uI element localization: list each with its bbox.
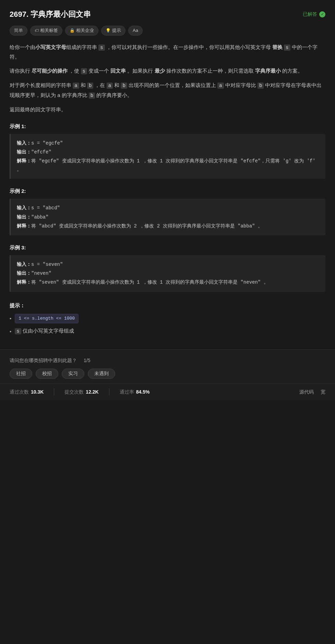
solved-badge: 已解答 ✓ bbox=[303, 10, 325, 18]
survey-buttons: 社招 校招 实习 未遇到 bbox=[10, 369, 325, 379]
code-s2: s bbox=[284, 45, 290, 51]
header-row: 2697. 字典序最小回文串 已解答 ✓ bbox=[10, 8, 325, 20]
survey-btn-campus[interactable]: 校招 bbox=[36, 369, 58, 379]
font-label: Aa bbox=[133, 27, 138, 34]
hint-tag[interactable]: 💡 提示 bbox=[101, 26, 125, 36]
example-1-input: s = "egcfe" bbox=[31, 140, 63, 146]
footer-divider-2 bbox=[109, 388, 109, 395]
problem-description: 给你一个由小写英文字母组成的字符串 s ，你可以对其执行一些操作。在一步操作中，… bbox=[10, 42, 325, 114]
tags-row: 简单 🏷 相关标签 🔒 相关企业 💡 提示 Aa bbox=[10, 26, 325, 36]
hint-text-2-label: 仅由小写英文字母组成 bbox=[23, 328, 74, 334]
code-a1: a bbox=[73, 83, 79, 89]
example-1-output-row: 输出："efcfe" bbox=[17, 148, 319, 157]
example-1-input-row: 输入：s = "egcfe" bbox=[17, 139, 319, 148]
survey-section: 请问您在哪类招聘中遇到此题？ 1/5 社招 校招 实习 未遇到 bbox=[0, 349, 335, 383]
hint-icon: 💡 bbox=[106, 27, 111, 34]
example-1-title: 示例 1: bbox=[10, 122, 325, 131]
pass-value: 10.3K bbox=[31, 388, 44, 396]
code-a3: a bbox=[217, 83, 224, 89]
example-1-explanation-row: 解释：将 "egcfe" 变成回文字符串的最小操作次数为 1 ，修改 1 次得到… bbox=[17, 157, 319, 174]
desc-para2: 请你执行 尽可能少的操作 ，使 s 变成一个 回文串 。如果执行 最少 操作次数… bbox=[10, 66, 325, 76]
input-label-3: 输入： bbox=[17, 261, 31, 267]
related-company-tag[interactable]: 🔒 相关企业 bbox=[65, 26, 98, 36]
survey-btn-intern[interactable]: 实习 bbox=[62, 369, 84, 379]
example-1-box: 输入：s = "egcfe" 输出："efcfe" 解释：将 "egcfe" 变… bbox=[10, 134, 325, 179]
hint-item-1: • 1 <= s.length <= 1000 bbox=[10, 314, 325, 324]
example-3-input-row: 输入：s = "seven" bbox=[17, 260, 319, 269]
example-3-output-row: 输出："neven" bbox=[17, 269, 319, 278]
output-label-2: 输出： bbox=[17, 214, 31, 220]
bold-lex-min: 字典序最小 bbox=[255, 68, 281, 74]
explanation-label-3: 解释： bbox=[17, 279, 31, 285]
example-1-output: "efcfe" bbox=[31, 149, 51, 155]
example-2: 示例 2: 输入：s = "abcd" 输出："abba" 解释：将 "abcd… bbox=[10, 187, 325, 235]
example-3-explanation-row: 解释：将 "seven" 变成回文字符串的最小操作次数为 1 ，修改 1 次得到… bbox=[17, 278, 319, 287]
example-1-explanation: 将 "egcfe" 变成回文字符串的最小操作次数为 1 ，修改 1 次得到的字典… bbox=[17, 158, 315, 172]
example-2-box: 输入：s = "abcd" 输出："abba" 解释：将 "abcd" 变成回文… bbox=[10, 199, 325, 235]
output-label-1: 输出： bbox=[17, 149, 31, 154]
bullet-2: • bbox=[10, 327, 11, 336]
solved-icon: ✓ bbox=[319, 11, 325, 17]
hint-text-2: s 仅由小写英文字母组成 bbox=[15, 327, 74, 335]
source-link[interactable]: 源代码 bbox=[299, 388, 314, 396]
width-link[interactable]: 宽 bbox=[321, 388, 325, 396]
code-b4: b bbox=[89, 92, 95, 99]
code-a2: a bbox=[107, 83, 113, 89]
example-2-input-row: 输入：s = "abcd" bbox=[17, 203, 319, 212]
hint-code-1: 1 <= s.length <= 1000 bbox=[15, 314, 79, 324]
example-2-title: 示例 2: bbox=[10, 187, 325, 195]
example-2-output: "abba" bbox=[31, 214, 48, 220]
example-3-title: 示例 3: bbox=[10, 244, 325, 252]
bold-least: 最少 bbox=[155, 68, 165, 74]
explanation-label-1: 解释： bbox=[17, 158, 31, 163]
examples-section: 示例 1: 输入：s = "egcfe" 输出："efcfe" 解释：将 "eg… bbox=[10, 122, 325, 292]
input-label-1: 输入： bbox=[17, 140, 31, 146]
output-label-3: 输出： bbox=[17, 270, 31, 276]
bullet-1: • bbox=[10, 314, 11, 323]
example-3-explanation: 将 "seven" 变成回文字符串的最小操作次数为 1 ，修改 1 次得到的字典… bbox=[31, 280, 268, 285]
example-2-explanation: 将 "abcd" 变成回文字符串的最小操作次数为 2 ，修改 2 次得到的字典序… bbox=[31, 223, 263, 229]
footer-bar: 通过次数 10.3K 提交次数 12.2K 通过率 84.5% 源代码 宽 bbox=[0, 384, 335, 400]
related-tags-label: 相关标签 bbox=[40, 27, 58, 34]
footer-stat-rate: 通过率 84.5% bbox=[120, 388, 150, 396]
related-tags-tag[interactable]: 🏷 相关标签 bbox=[30, 26, 62, 36]
code-b1: b bbox=[87, 83, 93, 89]
code-b2: b bbox=[121, 83, 127, 89]
hints-title: 提示： bbox=[10, 301, 325, 310]
code-s3: s bbox=[81, 68, 87, 74]
example-3: 示例 3: 输入：s = "seven" 输出："neven" 解释：将 "se… bbox=[10, 244, 325, 292]
hints-section: 提示： • 1 <= s.length <= 1000 • s 仅由小写英文字母… bbox=[10, 301, 325, 336]
footer-right: 源代码 宽 bbox=[299, 388, 325, 396]
example-2-explanation-row: 解释：将 "abcd" 变成回文字符串的最小操作次数为 2 ，修改 2 次得到的… bbox=[17, 222, 319, 231]
tag-icon: 🏷 bbox=[35, 27, 39, 34]
survey-btn-social[interactable]: 社招 bbox=[10, 369, 32, 379]
footer-stat-pass: 通过次数 10.3K bbox=[10, 388, 44, 396]
rate-label: 通过率 bbox=[120, 388, 134, 396]
example-3-box: 输入：s = "seven" 输出："neven" 解释：将 "seven" 变… bbox=[10, 255, 325, 292]
solved-label: 已解答 bbox=[303, 10, 317, 18]
rate-value: 84.5% bbox=[136, 388, 150, 396]
footer-stat-submit: 提交次数 12.2K bbox=[64, 388, 98, 396]
related-company-label: 相关企业 bbox=[76, 27, 94, 34]
desc-para1: 给你一个由小写英文字母组成的字符串 s ，你可以对其执行一些操作。在一步操作中，… bbox=[10, 42, 325, 61]
code-s1: s bbox=[98, 45, 105, 51]
bold-lowercase: 小写英文字母 bbox=[35, 44, 66, 50]
difficulty-tag[interactable]: 简单 bbox=[10, 26, 27, 36]
example-1: 示例 1: 输入：s = "egcfe" 输出："efcfe" 解释：将 "eg… bbox=[10, 122, 325, 179]
bold-palindrome: 回文串 bbox=[110, 68, 126, 74]
hint-s-code: s bbox=[15, 328, 21, 334]
bold-replace: 替换 bbox=[272, 44, 283, 50]
font-tag[interactable]: Aa bbox=[128, 26, 143, 36]
pass-label: 通过次数 bbox=[10, 388, 29, 396]
hint-label: 提示 bbox=[112, 27, 121, 34]
footer-divider-1 bbox=[54, 388, 54, 395]
example-3-input: s = "seven" bbox=[31, 262, 63, 267]
page-container: 2697. 字典序最小回文串 已解答 ✓ 简单 🏷 相关标签 🔒 相关企业 💡 … bbox=[0, 0, 335, 336]
submit-label: 提交次数 bbox=[64, 388, 84, 396]
example-2-output-row: 输出："abba" bbox=[17, 213, 319, 222]
desc-para3: 对于两个长度相同的字符串 a 和 b ，在 a 和 b 出现不同的第一个位置，如… bbox=[10, 80, 325, 100]
example-2-input: s = "abcd" bbox=[31, 205, 60, 211]
survey-question-row: 请问您在哪类招聘中遇到此题？ 1/5 bbox=[10, 357, 325, 364]
survey-btn-none[interactable]: 未遇到 bbox=[88, 369, 115, 379]
survey-count: 1/5 bbox=[84, 357, 90, 364]
